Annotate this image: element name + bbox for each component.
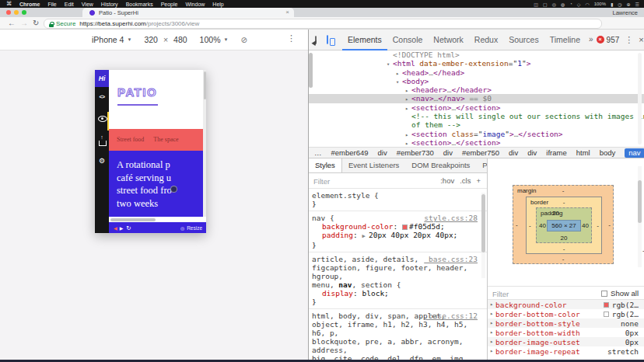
- css-selector[interactable]: element.style {: [312, 191, 484, 200]
- breadcrumb-item[interactable]: iframe: [546, 148, 566, 157]
- device-select[interactable]: iPhone 4: [92, 35, 124, 44]
- border-top-value[interactable]: -: [527, 199, 601, 206]
- new-rule-icon[interactable]: +: [476, 176, 481, 185]
- computed-property-row[interactable]: ▸border-image-repeatstretch: [488, 346, 644, 356]
- expand-icon[interactable]: ▸: [488, 348, 495, 354]
- expand-icon[interactable]: ▸: [488, 329, 495, 336]
- padding-right-value[interactable]: 40: [582, 222, 589, 229]
- pseudo-state-toggle[interactable]: :hov: [440, 176, 454, 185]
- window-minimize-button[interactable]: [14, 10, 19, 15]
- margin-bottom-value[interactable]: -: [513, 256, 613, 263]
- dom-tree-node[interactable]: ▾<body>: [309, 77, 644, 85]
- padding-left-value[interactable]: 40: [539, 222, 546, 229]
- viewport-height-field[interactable]: 480: [173, 35, 187, 44]
- breadcrumb-item[interactable]: html: [576, 148, 590, 157]
- class-toggle[interactable]: .cls: [460, 176, 471, 185]
- stylesheet-link[interactable]: _base.css:23: [424, 255, 478, 263]
- computed-property-row[interactable]: ▸border-image-outset0px: [488, 337, 644, 346]
- padding-bottom-value[interactable]: 20: [537, 235, 591, 242]
- resize-label[interactable]: Resize: [187, 225, 202, 231]
- tab-sources[interactable]: Sources: [503, 30, 544, 50]
- resize-icon[interactable]: ◎: [180, 225, 184, 231]
- notification-center-icon[interactable]: ☰: [635, 2, 639, 7]
- gear-icon[interactable]: ⚙: [95, 157, 109, 165]
- breadcrumb-item[interactable]: …: [314, 148, 322, 157]
- subtab-event-listeners[interactable]: Event Listeners: [342, 158, 405, 172]
- clock-icon[interactable]: ◷: [618, 2, 621, 7]
- time-machine-icon[interactable]: ◎: [552, 2, 556, 7]
- css-property[interactable]: background-color: #f05d5d;: [312, 222, 484, 231]
- css-property[interactable]: display: block;: [312, 289, 484, 298]
- border-left-value[interactable]: -: [529, 222, 531, 229]
- tab-console[interactable]: Console: [387, 30, 429, 50]
- breadcrumb-item[interactable]: #ember750: [462, 148, 499, 157]
- dom-tree-node[interactable]: <!DOCTYPE html>: [309, 50, 644, 59]
- box-model-margin[interactable]: margin - - - - border - - - - padding 20…: [513, 185, 614, 264]
- back-button[interactable]: ←: [8, 17, 16, 30]
- tab-elements[interactable]: Elements: [342, 30, 387, 50]
- device-toolbar-menu-icon[interactable]: ⋮: [287, 33, 296, 44]
- dom-tree-node[interactable]: ▸<section>…</section>: [309, 138, 644, 147]
- throttle-icon[interactable]: ⊘: [240, 36, 247, 44]
- vertical-scrollbar-thumb[interactable]: [204, 71, 206, 99]
- dom-tree-node[interactable]: <!-- this will single out our sections w…: [309, 112, 644, 120]
- stylesheet-link[interactable]: _base.css:12: [424, 312, 478, 320]
- dom-tree-node[interactable]: ▾<html data-ember-extension="1">: [309, 59, 644, 68]
- menu-item[interactable]: Bookmarks: [126, 2, 153, 7]
- dom-tree-node[interactable]: ▸<header>…</header>: [309, 85, 644, 94]
- margin-right-value[interactable]: -: [608, 221, 611, 228]
- twisty-icon[interactable]: ▾: [393, 78, 402, 87]
- horizontal-scrollbar[interactable]: [109, 217, 206, 222]
- reload-button[interactable]: ↻: [33, 17, 39, 30]
- devtools-close-icon[interactable]: ×: [639, 35, 643, 44]
- stylesheet-link[interactable]: style.css:28: [424, 214, 478, 222]
- battery-percent[interactable]: 100%: [594, 2, 606, 6]
- preview-back-icon[interactable]: ◀: [114, 225, 117, 231]
- margin-left-value[interactable]: -: [516, 221, 518, 228]
- devtools-menu-icon[interactable]: ⋮: [625, 35, 633, 45]
- computed-property-row[interactable]: ▸border-bottom-width0px: [488, 328, 644, 337]
- wifi-icon[interactable]: ◠: [585, 2, 589, 7]
- menu-item[interactable]: Window: [185, 2, 205, 7]
- zoom-select[interactable]: 100%: [200, 35, 221, 44]
- battery-icon[interactable]: ▮: [611, 2, 613, 7]
- box-model-padding[interactable]: padding 20 20 40 40 560 × 27: [536, 207, 592, 243]
- code-icon[interactable]: <>: [95, 94, 109, 99]
- computed-property-row[interactable]: ▸border-bottom-stylenone: [488, 318, 644, 328]
- window-zoom-button[interactable]: [22, 10, 26, 15]
- expand-icon[interactable]: ▸: [488, 311, 495, 317]
- expand-icon[interactable]: ▸: [488, 339, 495, 345]
- expand-icon[interactable]: ▸: [488, 301, 495, 308]
- dom-tree-node[interactable]: of them -->: [309, 120, 644, 129]
- viewport-width-field[interactable]: 320: [144, 35, 158, 44]
- menu-item[interactable]: People: [161, 2, 178, 7]
- menu-item[interactable]: Chrome: [19, 2, 40, 7]
- breadcrumb-item[interactable]: div: [378, 148, 387, 157]
- margin-top-value[interactable]: -: [513, 187, 613, 194]
- border-right-value[interactable]: -: [597, 222, 599, 229]
- tab-redux[interactable]: Redux: [469, 30, 503, 50]
- computed-filter-input[interactable]: Filter: [492, 290, 509, 298]
- twisty-icon[interactable]: ▾: [383, 61, 393, 69]
- subtab-styles[interactable]: Styles: [309, 158, 342, 172]
- computed-property-row[interactable]: ▸border-bottom-colorrgb(2…: [488, 309, 644, 318]
- error-badge[interactable]: × 957: [597, 36, 620, 44]
- breadcrumb-item[interactable]: #ember730: [397, 148, 434, 157]
- menu-item[interactable]: File: [47, 2, 56, 7]
- preview-reload-icon[interactable]: ↻: [126, 225, 131, 231]
- site-nav-link[interactable]: Street food: [117, 136, 144, 143]
- menu-item[interactable]: Help: [212, 2, 223, 7]
- display-icon[interactable]: ▢: [543, 2, 548, 7]
- computed-scrollbar-thumb[interactable]: [638, 180, 642, 223]
- tab-network[interactable]: Network: [428, 30, 469, 50]
- color-swatch[interactable]: [402, 225, 408, 230]
- padding-top-value[interactable]: 20: [552, 210, 559, 217]
- tab-close-icon[interactable]: ×: [285, 9, 289, 16]
- menu-item[interactable]: History: [101, 2, 118, 7]
- superhi-logo[interactable]: Hi: [95, 70, 109, 87]
- app-status-icon[interactable]: ◍: [561, 2, 565, 7]
- menu-item[interactable]: Edit: [65, 2, 74, 7]
- browser-tab[interactable]: Patio - SuperHi ×: [82, 8, 294, 17]
- screen-mirroring-icon[interactable]: ◫: [534, 2, 538, 7]
- chrome-profile-name[interactable]: Lawrence: [612, 9, 638, 16]
